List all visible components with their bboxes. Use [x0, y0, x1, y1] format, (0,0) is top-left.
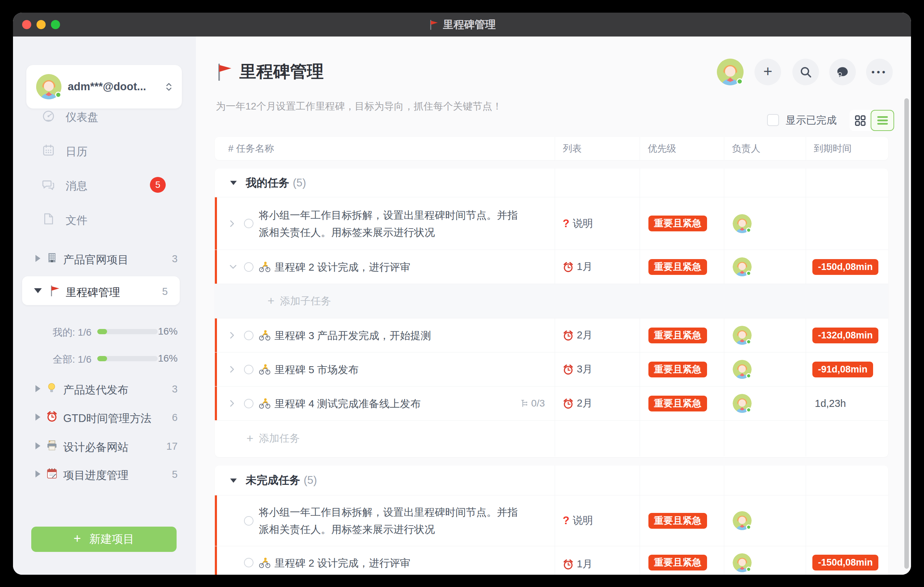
chevron-right-icon[interactable]: [229, 400, 234, 407]
app-window: 里程碑管理 adm***@doot... 仪表盘 日历 消息 5: [13, 13, 911, 575]
task-row[interactable]: 里程碑 3 产品开发完成，开始提测 2月 重要且紧急 -132d,08min: [215, 318, 888, 353]
task-complete-checkbox[interactable]: [244, 516, 254, 526]
task-row[interactable]: 里程碑 4 测试完成准备线上发布 0/3 2月 重要且紧急 1d,23h: [215, 386, 888, 420]
sidebar-item-messages[interactable]: 消息 5: [13, 174, 196, 195]
unread-count-badge: 5: [150, 177, 166, 193]
chat-button[interactable]: [829, 59, 856, 85]
task-complete-checkbox[interactable]: [244, 365, 254, 374]
task-name[interactable]: 里程碑 4 测试完成准备线上发布: [274, 395, 421, 412]
assignee-avatar[interactable]: [733, 214, 752, 233]
sidebar-project-schedule[interactable]: 项目进度管理 5: [13, 463, 196, 485]
sidebar-project-milestone-selected[interactable]: 里程碑管理 5: [22, 276, 180, 305]
grid-view-button[interactable]: [850, 110, 871, 131]
progress-row-all: 全部: 1/6 16%: [13, 352, 196, 366]
assignee-avatar[interactable]: [733, 326, 752, 345]
sidebar-project-gtd[interactable]: GTD时间管理方法 6: [13, 406, 196, 428]
sidebar-item-calendar[interactable]: 日历: [13, 140, 196, 161]
progress-label: 全部: 1/6: [53, 353, 91, 366]
table-header: # 任务名称 列表 优先级 负责人 到期时间: [215, 137, 888, 160]
project-label: 设计必备网站: [63, 440, 129, 455]
collapse-arrow-icon[interactable]: [230, 478, 237, 483]
show-completed-checkbox[interactable]: [767, 114, 779, 126]
task-row[interactable]: 将小组一年工作目标拆解，设置出里程碑时间节点。并指派相关责任人。用标签来展示进行…: [215, 197, 888, 250]
column-header-list[interactable]: 列表: [555, 137, 640, 160]
list-view-button[interactable]: [871, 110, 894, 131]
progress-percent: 16%: [158, 353, 178, 364]
expand-arrow-icon[interactable]: [35, 414, 40, 420]
task-complete-checkbox[interactable]: [244, 558, 254, 567]
chevron-right-icon[interactable]: [229, 366, 234, 373]
more-button[interactable]: •••: [866, 59, 893, 85]
assignee-avatar[interactable]: [733, 553, 752, 572]
zoom-window-button[interactable]: [51, 20, 60, 29]
chat-icon: [836, 66, 849, 78]
assignee-avatar[interactable]: [733, 257, 752, 276]
minimize-window-button[interactable]: [36, 20, 46, 29]
expand-arrow-icon[interactable]: [35, 470, 40, 477]
chevron-down-icon[interactable]: [229, 264, 237, 269]
collapse-arrow-icon[interactable]: [230, 181, 237, 185]
vertical-scrollbar[interactable]: [904, 98, 909, 569]
add-task-row[interactable]: + 添加任务: [215, 420, 888, 457]
assignee-avatar[interactable]: [733, 511, 752, 530]
chevron-right-icon[interactable]: [229, 332, 234, 339]
task-name[interactable]: 里程碑 2 设计完成，进行评审: [274, 554, 411, 572]
alarm-emoji: [563, 262, 574, 272]
expand-arrow-icon[interactable]: [35, 255, 40, 262]
add-task-button[interactable]: + 添加任务: [246, 432, 300, 445]
expand-arrow-icon[interactable]: [35, 385, 40, 392]
sidebar-item-dashboard[interactable]: 仪表盘: [13, 106, 196, 126]
progress-row-mine: 我的: 1/6 16%: [13, 325, 196, 339]
project-label: GTD时间管理方法: [63, 411, 151, 426]
task-row[interactable]: 将小组一年工作目标拆解，设置出里程碑时间节点。并指派相关责任人。用标签来展示进行…: [215, 495, 888, 546]
list-view-icon: [876, 114, 889, 126]
priority-badge: 重要且紧急: [648, 555, 707, 571]
task-name[interactable]: 里程碑 3 产品开发完成，开始提测: [274, 327, 431, 344]
assignee-avatar[interactable]: [733, 360, 752, 379]
page-title: 里程碑管理: [215, 60, 324, 83]
sidebar-project-website[interactable]: 产品官网项目 3: [13, 247, 196, 270]
group-title: 我的任务(5): [246, 176, 306, 190]
task-complete-checkbox[interactable]: [244, 262, 254, 272]
close-window-button[interactable]: [22, 20, 31, 29]
task-row[interactable]: 里程碑 2 设计完成，进行评审 1月 重要且紧急 -150d,08min: [215, 546, 888, 575]
group-header[interactable]: 未完成任务(5): [215, 465, 888, 495]
task-complete-checkbox[interactable]: [244, 219, 254, 228]
due-time-badge: -150d,08min: [812, 259, 878, 275]
task-row[interactable]: 里程碑 5 市场发布 3月 重要且紧急 -91d,08min: [215, 353, 888, 386]
task-name[interactable]: 将小组一年工作目标拆解，设置出里程碑时间节点。并指派相关责任人。用标签来展示进行…: [259, 503, 520, 538]
task-complete-checkbox[interactable]: [244, 331, 254, 340]
collapse-arrow-icon[interactable]: [34, 288, 42, 293]
group-header[interactable]: 我的任务(5): [215, 168, 888, 197]
assignee-avatar[interactable]: [733, 394, 752, 413]
task-group-unfinished: 未完成任务(5) 将小组一年工作目标拆解，设置出里程碑时间节点。并指派相关责任人…: [215, 465, 888, 575]
plus-icon: +: [246, 432, 254, 444]
titlebar[interactable]: 里程碑管理: [13, 13, 911, 36]
account-name: adm***@doot...: [68, 81, 146, 93]
chevron-right-icon[interactable]: [229, 220, 234, 227]
add-button[interactable]: +: [754, 59, 781, 85]
new-project-button[interactable]: + 新建项目: [31, 527, 177, 552]
column-header-name[interactable]: # 任务名称: [215, 137, 555, 160]
expand-arrow-icon[interactable]: [35, 442, 40, 449]
add-subtask-row[interactable]: + 添加子任务: [215, 284, 888, 318]
task-name[interactable]: 里程碑 2 设计完成，进行评审: [274, 258, 411, 275]
task-complete-checkbox[interactable]: [244, 399, 254, 408]
account-switcher[interactable]: adm***@doot...: [26, 65, 182, 109]
column-header-priority[interactable]: 优先级: [640, 137, 724, 160]
alarm-emoji: [563, 330, 574, 341]
search-button[interactable]: [792, 59, 819, 85]
column-header-due[interactable]: 到期时间: [806, 137, 888, 160]
sidebar-item-files[interactable]: 文件: [13, 209, 196, 229]
sidebar-project-iteration[interactable]: 产品迭代发布 3: [13, 378, 196, 400]
task-list: 1月: [577, 260, 592, 274]
user-avatar-button[interactable]: [717, 59, 744, 85]
task-name[interactable]: 里程碑 5 市场发布: [274, 361, 358, 378]
add-subtask-button[interactable]: + 添加子任务: [267, 294, 331, 308]
progress-label: 我的: 1/6: [53, 326, 91, 339]
sidebar-project-design-sites[interactable]: 设计必备网站 17: [13, 435, 196, 457]
task-row[interactable]: 里程碑 2 设计完成，进行评审 1月 重要且紧急 -150d,08min: [215, 250, 888, 284]
calendar-emoji: [46, 468, 58, 479]
task-name[interactable]: 将小组一年工作目标拆解，设置出里程碑时间节点。并指派相关责任人。用标签来展示进行…: [259, 206, 520, 241]
column-header-assignee[interactable]: 负责人: [724, 137, 806, 160]
